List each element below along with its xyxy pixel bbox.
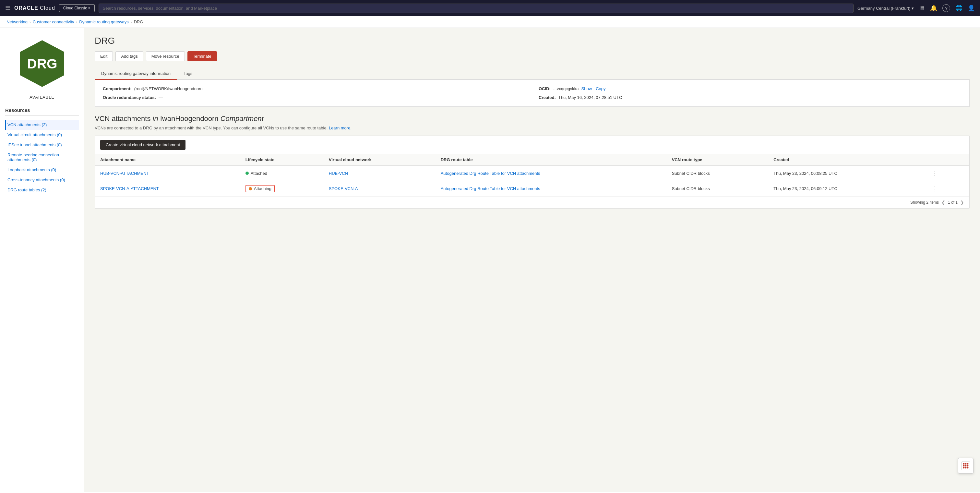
action-buttons: Edit Add tags Move resource Terminate <box>95 51 970 61</box>
svg-point-4 <box>965 463 967 465</box>
row2-created: Thu, May 23, 2024, 06:09:12 UTC <box>768 181 924 197</box>
row1-status-dot <box>245 172 249 175</box>
breadcrumb-networking[interactable]: Networking <box>6 19 27 24</box>
content-area: DRG Edit Add tags Move resource Terminat… <box>84 28 980 492</box>
col-lifecycle-state: Lifecycle state <box>240 154 324 166</box>
breadcrumb-sep2: › <box>76 20 78 24</box>
sidebar-item-drg-route-tables[interactable]: DRG route tables (2) <box>5 185 79 195</box>
svg-point-3 <box>963 463 965 465</box>
table-header-row: Attachment name Lifecycle state Virtual … <box>95 154 969 166</box>
breadcrumb: Networking › Customer connectivity › Dyn… <box>0 16 980 28</box>
row1-drg-route-link[interactable]: Autogenerated Drg Route Table for VCN at… <box>441 171 540 176</box>
help-widget[interactable] <box>958 458 974 474</box>
hub-vcn-attachment-link[interactable]: HUB-VCN-ATTACHMENT <box>100 171 149 176</box>
ocid-value: ...vxqqcgvkka <box>553 86 579 91</box>
terminate-button[interactable]: Terminate <box>188 51 217 61</box>
region-selector[interactable]: Germany Central (Frankfurt) ▾ <box>858 6 914 11</box>
compartment-value: (root)/NETWORK/IwanHoogendoorn <box>134 86 203 91</box>
hamburger-icon[interactable]: ☰ <box>5 5 10 12</box>
created-value: Thu, May 16, 2024, 07:28:51 UTC <box>558 95 622 100</box>
info-grid: Compartment: (root)/NETWORK/IwanHoogendo… <box>103 86 961 100</box>
tab-drg-info[interactable]: Dynamic routing gateway information <box>95 68 177 80</box>
row1-vcn: HUB-VCN <box>324 166 436 181</box>
svg-point-8 <box>967 465 969 467</box>
left-panel: DRG AVAILABLE Resources VCN attachments … <box>0 28 84 492</box>
bell-icon[interactable]: 🔔 <box>930 5 937 12</box>
table-row: SPOKE-VCN-A-ATTACHMENT Attaching <box>95 181 969 197</box>
ocid-show-link[interactable]: Show <box>581 86 592 91</box>
col-actions <box>924 154 969 166</box>
row1-created: Thu, May 23, 2024, 06:08:25 UTC <box>768 166 924 181</box>
main-layout: DRG AVAILABLE Resources VCN attachments … <box>0 28 980 492</box>
info-created: Created: Thu, May 16, 2024, 07:28:51 UTC <box>539 95 961 100</box>
resources-section: Resources VCN attachments (2) Virtual ci… <box>5 107 79 195</box>
tabs: Dynamic routing gateway information Tags <box>95 68 970 80</box>
row2-drg-route-link[interactable]: Autogenerated Drg Route Table for VCN at… <box>441 186 540 191</box>
pagination-next[interactable]: ❯ <box>960 200 964 205</box>
col-drg-route-table: DRG route table <box>436 154 667 166</box>
spoke-vcn-attachment-link[interactable]: SPOKE-VCN-A-ATTACHMENT <box>100 186 159 191</box>
table-toolbar: Create virtual cloud network attachment <box>95 136 969 154</box>
sidebar-item-ipsec[interactable]: IPSec tunnel attachments (0) <box>5 140 79 150</box>
redundancy-value: — <box>159 95 163 100</box>
row2-actions: ⋮ <box>924 181 969 197</box>
row2-status-dot <box>249 187 252 190</box>
create-vcn-attachment-button[interactable]: Create virtual cloud network attachment <box>100 140 186 150</box>
row1-actions: ⋮ <box>924 166 969 181</box>
console-icon[interactable]: 🖥 <box>919 5 925 12</box>
spoke-vcn-a-link[interactable]: SPOKE-VCN-A <box>329 186 358 191</box>
help-icon[interactable]: ? <box>942 4 950 12</box>
vcn-section-title: VCN attachments in IwanHoogendoorn Compa… <box>95 115 970 123</box>
tab-tags[interactable]: Tags <box>177 68 199 80</box>
svg-text:DRG: DRG <box>27 56 57 72</box>
globe-icon[interactable]: 🌐 <box>955 5 963 12</box>
ocid-copy-link[interactable]: Copy <box>596 86 605 91</box>
sidebar-item-vcn-attachments[interactable]: VCN attachments (2) <box>5 120 79 130</box>
info-ocid: OCID: ...vxqqcgvkka Show Copy <box>539 86 961 91</box>
ocid-label: OCID: <box>539 86 550 91</box>
row1-drg-route-table: Autogenerated Drg Route Table for VCN at… <box>436 166 667 181</box>
row2-status-text: Attaching <box>254 186 271 191</box>
edit-button[interactable]: Edit <box>95 51 113 61</box>
svg-point-7 <box>965 465 967 467</box>
col-vcn-route-type: VCN route type <box>667 154 768 166</box>
breadcrumb-drg-list[interactable]: Dynamic routing gateways <box>79 19 129 24</box>
row1-actions-menu[interactable]: ⋮ <box>929 169 940 177</box>
attaching-highlight: Attaching <box>245 185 275 192</box>
row2-lifecycle: Attaching <box>240 181 324 197</box>
attachments-table: Attachment name Lifecycle state Virtual … <box>95 154 969 196</box>
row1-lifecycle-cell: Attached <box>245 171 318 176</box>
sidebar-item-remote-peering[interactable]: Remote peering connection attachments (0… <box>5 150 79 165</box>
row1-attachment-name: HUB-VCN-ATTACHMENT <box>95 166 240 181</box>
breadcrumb-customer-connectivity[interactable]: Customer connectivity <box>33 19 74 24</box>
row1-vcn-route-type: Subnet CIDR blocks <box>667 166 768 181</box>
svg-point-6 <box>963 465 965 467</box>
table-footer: Showing 2 items ❮ 1 of 1 ❯ <box>95 196 969 208</box>
search-input[interactable] <box>99 3 854 13</box>
showing-items: Showing 2 items <box>910 200 939 205</box>
row2-vcn: SPOKE-VCN-A <box>324 181 436 197</box>
sidebar-item-virtual-circuit[interactable]: Virtual circuit attachments (0) <box>5 130 79 140</box>
footer: Terms of Use and Privacy Cookie Preferen… <box>0 492 980 493</box>
info-compartment: Compartment: (root)/NETWORK/IwanHoogendo… <box>103 86 526 91</box>
cloud-classic-button[interactable]: Cloud Classic > <box>59 4 95 12</box>
sidebar-item-loopback[interactable]: Loopback attachments (0) <box>5 165 79 175</box>
row2-drg-route-table: Autogenerated Drg Route Table for VCN at… <box>436 181 667 197</box>
breadcrumb-current: DRG <box>134 19 143 24</box>
col-created: Created <box>768 154 924 166</box>
hub-vcn-link[interactable]: HUB-VCN <box>329 171 348 176</box>
learn-more-link[interactable]: Learn more. <box>329 126 352 130</box>
svg-point-10 <box>965 467 967 469</box>
user-icon[interactable]: 👤 <box>968 5 975 12</box>
compartment-label: Compartment: <box>103 86 132 91</box>
sidebar-item-cross-tenancy[interactable]: Cross-tenancy attachments (0) <box>5 175 79 185</box>
drg-hexagon-icon: DRG <box>16 38 68 89</box>
row2-actions-menu[interactable]: ⋮ <box>929 185 940 192</box>
redundancy-label: Oracle redundancy status: <box>103 95 156 100</box>
svg-point-11 <box>967 467 969 469</box>
breadcrumb-sep1: › <box>30 20 31 24</box>
pagination-prev[interactable]: ❮ <box>942 200 945 205</box>
move-resource-button[interactable]: Move resource <box>146 51 185 61</box>
add-tags-button[interactable]: Add tags <box>115 51 143 61</box>
svg-point-9 <box>963 467 965 469</box>
